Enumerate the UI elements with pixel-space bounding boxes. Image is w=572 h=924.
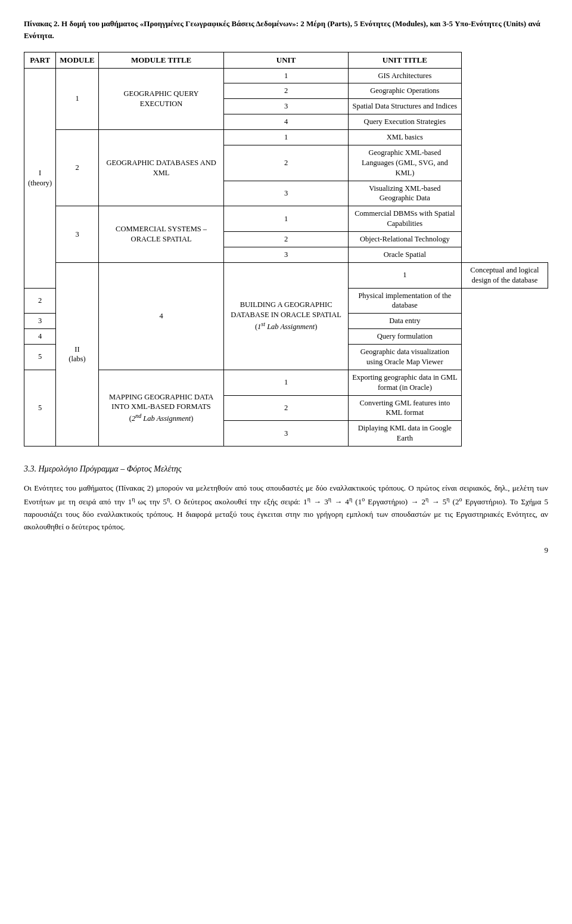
module-4-title-cell: BUILDING A GEOGRAPHIC DATABASE IN ORACLE… xyxy=(224,262,348,370)
unit-title-cell: Diplaying KML data in Google Earth xyxy=(348,421,461,447)
unit-cell: 3 xyxy=(224,421,348,447)
part-II-cell: II(labs) xyxy=(56,262,99,446)
col-unit: UNIT xyxy=(224,52,348,69)
body-paragraph: Οι Ενότητες του μαθήματος (Πίνακας 2) μπ… xyxy=(24,482,548,534)
table-row: 2 GEOGRAPHIC DATABASES AND XML 1 XML bas… xyxy=(24,130,548,145)
unit-cell: 2 xyxy=(224,145,348,181)
unit-title-cell: Query formulation xyxy=(348,329,461,345)
module-1-cell: 1 xyxy=(56,68,99,130)
unit-title-cell: Oracle Spatial xyxy=(348,247,461,262)
page-header: Πίνακας 2. Η δομή του μαθήματος «Προηγμέ… xyxy=(24,18,548,41)
part-I-cell: I(theory) xyxy=(24,68,56,288)
unit-cell: 1 xyxy=(224,206,348,232)
col-part: PART xyxy=(24,52,56,69)
unit-title-cell: Visualizing XML-based Geographic Data xyxy=(348,181,461,206)
section-heading: 3.3. Ημερολόγιο Πρόγραμμα – Φόρτος Μελέτ… xyxy=(24,464,548,474)
unit-title-cell: GIS Architectures xyxy=(348,68,461,83)
unit-cell: 3 xyxy=(224,247,348,262)
unit-cell: 3 xyxy=(224,181,348,206)
col-unit-title: UNIT TITLE xyxy=(348,52,461,69)
unit-cell: 2 xyxy=(224,395,348,421)
unit-cell: 1 xyxy=(224,130,348,145)
unit-title-cell: Exporting geographic data in GML format … xyxy=(348,370,461,395)
unit-title-cell: XML basics xyxy=(348,130,461,145)
unit-title-cell: Query Execution Strategies xyxy=(348,114,461,130)
unit-title-cell: Data entry xyxy=(348,314,461,329)
col-module-title: MODULE TITLE xyxy=(98,52,224,69)
unit-cell: 4 xyxy=(24,329,56,345)
unit-cell: 2 xyxy=(224,83,348,99)
table-header-row: PART MODULE MODULE TITLE UNIT UNIT TITLE xyxy=(24,52,548,69)
unit-title-cell: Spatial Data Structures and Indices xyxy=(348,99,461,114)
unit-title-cell: Geographic data visualization using Orac… xyxy=(348,345,461,370)
unit-title-cell: Geographic Operations xyxy=(348,83,461,99)
unit-cell: 3 xyxy=(224,99,348,114)
col-module: MODULE xyxy=(56,52,99,69)
unit-title-cell: Commercial DBMSs with Spatial Capabiliti… xyxy=(348,206,461,232)
module-1-title-cell: GEOGRAPHIC QUERY EXECUTION xyxy=(98,68,224,130)
unit-cell: 1 xyxy=(224,370,348,395)
unit-title-cell: Geographic XML-based Languages (GML, SVG… xyxy=(348,145,461,181)
module-3-title-cell: COMMERCIAL SYSTEMS – ORACLE SPATIAL xyxy=(98,206,224,263)
unit-title-cell: Physical implementation of the database xyxy=(348,288,461,314)
unit-title-cell: Converting GML features into KML format xyxy=(348,395,461,421)
unit-cell: 4 xyxy=(224,114,348,130)
table-row: II(labs) 4 BUILDING A GEOGRAPHIC DATABAS… xyxy=(24,262,548,288)
module-2-cell: 2 xyxy=(56,130,99,206)
unit-title-cell: Conceptual and logical design of the dat… xyxy=(461,262,548,288)
module-4-cell: 4 xyxy=(98,262,224,370)
course-structure-table: PART MODULE MODULE TITLE UNIT UNIT TITLE… xyxy=(24,52,548,447)
page-number: 9 xyxy=(24,545,548,555)
unit-cell: 5 xyxy=(24,345,56,370)
module-3-cell: 3 xyxy=(56,206,99,263)
table-row: 3 COMMERCIAL SYSTEMS – ORACLE SPATIAL 1 … xyxy=(24,206,548,232)
table-row: I(theory) 1 GEOGRAPHIC QUERY EXECUTION 1… xyxy=(24,68,548,83)
module-2-title-cell: GEOGRAPHIC DATABASES AND XML xyxy=(98,130,224,206)
unit-cell: 1 xyxy=(224,68,348,83)
unit-title-cell: Object-Relational Technology xyxy=(348,232,461,247)
module-5-title-cell: MAPPING GEOGRAPHIC DATA INTO XML-BASED F… xyxy=(98,370,224,446)
table-row: 5 MAPPING GEOGRAPHIC DATA INTO XML-BASED… xyxy=(24,370,548,395)
unit-cell: 2 xyxy=(224,232,348,247)
unit-cell: 1 xyxy=(348,262,461,288)
module-5-cell: 5 xyxy=(24,370,56,446)
unit-cell: 2 xyxy=(24,288,56,314)
unit-cell: 3 xyxy=(24,314,56,329)
